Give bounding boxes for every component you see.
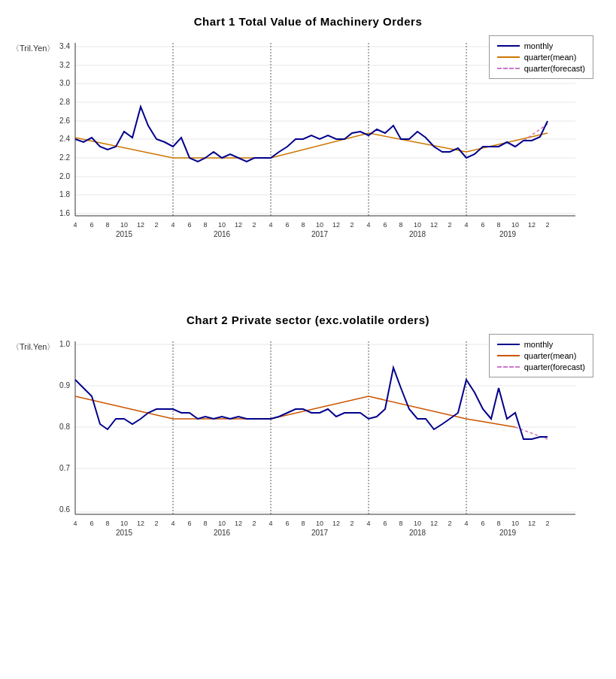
svg-text:2015: 2015: [116, 230, 133, 238]
svg-text:10: 10: [414, 221, 421, 229]
svg-text:12: 12: [235, 520, 242, 527]
svg-text:6: 6: [285, 520, 289, 527]
svg-text:10: 10: [316, 520, 323, 527]
svg-text:8: 8: [301, 221, 305, 229]
legend2-monthly: monthly: [497, 340, 585, 349]
svg-text:10: 10: [218, 221, 226, 229]
svg-text:3.4: 3.4: [59, 42, 70, 50]
chart2-wrapper: Chart 2 Private sector (exc.volatile ord…: [8, 314, 608, 582]
chart1-ylabel: 〈Tril.Yen〉: [11, 43, 55, 54]
page-container: Chart 1 Total Value of Machinery Orders …: [0, 0, 616, 627]
svg-text:1.6: 1.6: [59, 209, 70, 217]
svg-text:6: 6: [481, 520, 484, 527]
legend2-quarter-mean-line: [497, 355, 520, 356]
svg-text:2019: 2019: [499, 230, 517, 238]
legend-monthly-line: [497, 45, 520, 47]
chart1-wrapper: Chart 1 Total Value of Machinery Orders …: [8, 15, 608, 283]
svg-text:4: 4: [464, 520, 468, 527]
svg-text:4: 4: [269, 221, 272, 229]
svg-text:12: 12: [332, 221, 340, 229]
svg-text:12: 12: [430, 221, 438, 229]
svg-text:12: 12: [137, 520, 144, 527]
svg-text:8: 8: [105, 221, 109, 229]
legend-monthly: monthly: [497, 41, 585, 50]
svg-text:4: 4: [73, 221, 77, 229]
svg-text:0.9: 0.9: [59, 381, 70, 390]
svg-text:0.7: 0.7: [59, 464, 70, 472]
legend2-quarter-forecast: quarter(forecast): [497, 362, 585, 371]
svg-text:2: 2: [545, 221, 549, 229]
svg-text:6: 6: [481, 221, 484, 229]
svg-text:8: 8: [105, 520, 109, 527]
legend-quarter-mean-line: [497, 56, 520, 58]
svg-text:2: 2: [154, 221, 158, 229]
svg-text:10: 10: [120, 221, 128, 229]
svg-text:6: 6: [383, 221, 387, 229]
chart1-legend: monthly quarter(mean) quarter(forecast): [489, 35, 593, 79]
svg-text:8: 8: [203, 221, 207, 229]
svg-text:2: 2: [448, 520, 451, 527]
chart2-legend: monthly quarter(mean) quarter(forecast): [489, 334, 593, 377]
svg-text:3.0: 3.0: [59, 79, 70, 87]
svg-text:0.8: 0.8: [59, 423, 70, 431]
svg-text:4: 4: [171, 221, 174, 229]
svg-text:4: 4: [171, 520, 174, 527]
svg-text:1.0: 1.0: [59, 340, 70, 348]
svg-text:10: 10: [316, 221, 323, 229]
legend2-quarter-mean-label: quarter(mean): [524, 351, 577, 360]
svg-text:2: 2: [545, 520, 549, 527]
svg-text:2: 2: [448, 221, 451, 229]
legend-quarter-mean: quarter(mean): [497, 53, 585, 62]
svg-text:2017: 2017: [311, 230, 329, 238]
svg-text:12: 12: [235, 221, 242, 229]
svg-text:2.6: 2.6: [59, 117, 70, 125]
svg-text:2.4: 2.4: [59, 135, 70, 143]
svg-text:6: 6: [90, 520, 93, 527]
svg-text:8: 8: [399, 520, 402, 527]
legend-quarter-forecast: quarter(forecast): [497, 64, 585, 73]
svg-text:2.0: 2.0: [59, 172, 70, 180]
svg-text:2.8: 2.8: [59, 98, 70, 106]
svg-text:12: 12: [332, 520, 340, 527]
legend2-quarter-forecast-line: [497, 366, 520, 368]
legend2-quarter-mean: quarter(mean): [497, 351, 585, 360]
svg-text:4: 4: [269, 520, 272, 527]
svg-text:2016: 2016: [214, 230, 231, 238]
svg-text:6: 6: [187, 520, 191, 527]
svg-text:2019: 2019: [499, 529, 517, 537]
legend-quarter-mean-label: quarter(mean): [524, 53, 577, 62]
chart1-title: Chart 1 Total Value of Machinery Orders: [8, 15, 608, 28]
svg-text:10: 10: [511, 221, 519, 229]
svg-text:2: 2: [252, 520, 256, 527]
svg-text:10: 10: [120, 520, 128, 527]
chart1-quarter-mean: [75, 133, 548, 158]
svg-text:12: 12: [528, 520, 536, 527]
chart2-ylabel: 〈Tril.Yen〉: [11, 341, 55, 353]
svg-text:8: 8: [496, 520, 500, 527]
svg-text:8: 8: [399, 221, 402, 229]
svg-text:2015: 2015: [116, 529, 133, 537]
legend2-monthly-line: [497, 344, 520, 346]
svg-text:4: 4: [366, 221, 370, 229]
svg-text:2017: 2017: [311, 529, 329, 537]
legend-monthly-label: monthly: [524, 41, 554, 50]
svg-text:6: 6: [90, 221, 93, 229]
svg-text:2: 2: [252, 221, 256, 229]
svg-text:3.2: 3.2: [59, 61, 70, 69]
svg-text:6: 6: [285, 221, 289, 229]
legend2-quarter-forecast-label: quarter(forecast): [524, 362, 585, 371]
svg-text:8: 8: [203, 520, 207, 527]
chart2-monthly: [75, 368, 548, 439]
svg-text:6: 6: [187, 221, 191, 229]
svg-text:2: 2: [350, 520, 354, 527]
svg-text:0.6: 0.6: [59, 505, 70, 514]
svg-text:2018: 2018: [409, 230, 426, 238]
svg-text:8: 8: [301, 520, 305, 527]
svg-text:2.2: 2.2: [59, 153, 70, 162]
svg-text:2: 2: [350, 221, 354, 229]
chart2-title: Chart 2 Private sector (exc.volatile ord…: [8, 314, 608, 326]
legend-quarter-forecast-line: [497, 68, 520, 69]
svg-text:12: 12: [137, 221, 144, 229]
svg-text:12: 12: [430, 520, 438, 527]
svg-text:10: 10: [414, 520, 421, 527]
